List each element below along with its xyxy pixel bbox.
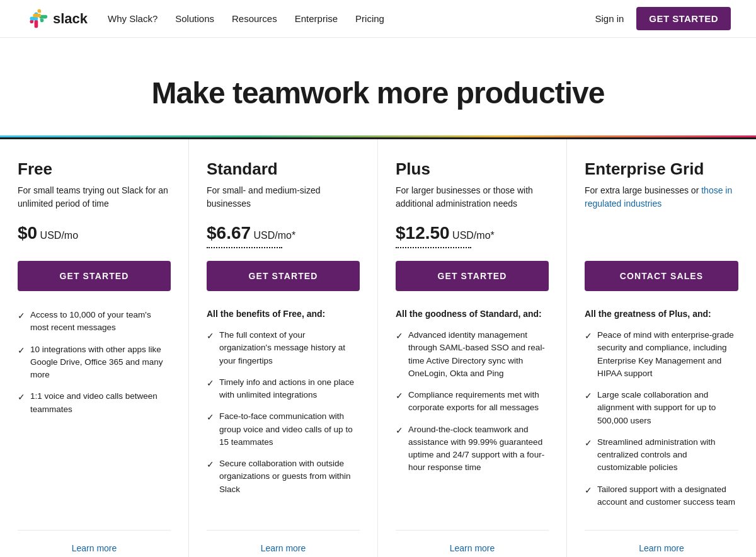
plan-plus-price: $12.50 USD/mo* xyxy=(396,223,549,243)
check-icon-p3: ✓ xyxy=(396,424,403,437)
pricing-grid: Free For small teams trying out Slack fo… xyxy=(0,137,756,557)
plan-free-cta-button[interactable]: GET STARTED xyxy=(18,261,171,291)
check-icon-p2: ✓ xyxy=(396,389,403,403)
plan-enterprise-features: ✓Peace of mind with enterprise-grade sec… xyxy=(585,329,738,517)
check-icon-s2: ✓ xyxy=(207,377,214,390)
plan-free-name: Free xyxy=(18,159,171,179)
nav-pricing[interactable]: Pricing xyxy=(355,13,384,24)
plan-enterprise-benefits-title: All the greatness of Plus, and: xyxy=(585,309,738,319)
plan-standard-feature-2: ✓Timely info and actions in one place wi… xyxy=(207,376,360,402)
navigation: slack Why Slack? Solutions Resources Ent… xyxy=(0,0,756,38)
plan-plus-features: ✓Advanced identity management through SA… xyxy=(396,329,549,517)
plan-enterprise-learn-more[interactable]: Learn more xyxy=(585,530,738,553)
plan-standard-price-value: $6.67 xyxy=(207,223,251,243)
plan-enterprise-feature-2: ✓Large scale collaboration and alignment… xyxy=(585,389,738,427)
plan-standard-name: Standard xyxy=(207,159,360,179)
plan-standard-price: $6.67 USD/mo* xyxy=(207,223,360,243)
plan-standard-desc: For small- and medium-sized businesses xyxy=(207,184,360,210)
check-icon-s3: ✓ xyxy=(207,411,214,424)
logo-text: slack xyxy=(53,11,88,27)
get-started-nav-button[interactable]: GET STARTED xyxy=(636,7,731,30)
check-icon-e2: ✓ xyxy=(585,389,592,403)
plan-free-price: $0 USD/mo xyxy=(18,223,171,243)
nav-right: Sign in GET STARTED xyxy=(595,7,731,30)
nav-links: Why Slack? Solutions Resources Enterpris… xyxy=(108,13,595,24)
plan-free-desc: For small teams trying out Slack for an … xyxy=(18,184,171,210)
plan-free-price-value: $0 xyxy=(18,223,37,243)
check-icon-2: ✓ xyxy=(18,344,25,357)
nav-enterprise[interactable]: Enterprise xyxy=(295,13,338,24)
check-icon-e3: ✓ xyxy=(585,437,592,450)
check-icon-3: ✓ xyxy=(18,391,25,404)
plan-standard-price-underline xyxy=(207,247,282,248)
sign-in-link[interactable]: Sign in xyxy=(595,13,624,24)
plan-free-learn-more[interactable]: Learn more xyxy=(18,530,171,553)
plan-plus-feature-1: ✓Advanced identity management through SA… xyxy=(396,329,549,380)
check-icon-1: ✓ xyxy=(18,309,25,323)
plan-enterprise-feature-3: ✓Streamlined administration with central… xyxy=(585,436,738,474)
plan-free-price-suffix: USD/mo xyxy=(37,230,78,241)
check-icon-s4: ✓ xyxy=(207,458,214,471)
plan-plus-benefits-title: All the goodness of Standard, and: xyxy=(396,309,549,319)
plan-standard-benefits-title: All the benefits of Free, and: xyxy=(207,309,360,319)
plan-standard-learn-more[interactable]: Learn more xyxy=(207,530,360,553)
plan-enterprise-cta-button[interactable]: CONTACT SALES xyxy=(585,261,738,291)
check-icon-e4: ✓ xyxy=(585,484,592,497)
plan-enterprise-desc: For extra large businesses or those in r… xyxy=(585,184,738,210)
plan-free-features: ✓Access to 10,000 of your team's most re… xyxy=(18,309,171,517)
check-icon-p1: ✓ xyxy=(396,330,403,343)
plan-standard-feature-1: ✓The full context of your organization's… xyxy=(207,329,360,367)
nav-solutions[interactable]: Solutions xyxy=(175,13,214,24)
plan-standard-feature-4: ✓Secure collaboration with outside organ… xyxy=(207,457,360,496)
plan-plus-price-suffix: USD/mo* xyxy=(450,230,495,241)
check-icon-e1: ✓ xyxy=(585,330,592,343)
nav-resources[interactable]: Resources xyxy=(232,13,277,24)
plan-enterprise-name: Enterprise Grid xyxy=(585,159,738,179)
plan-plus-price-underline xyxy=(396,247,471,248)
plan-free-feature-3: ✓1:1 voice and video calls between teamm… xyxy=(18,390,171,416)
plan-enterprise-desc-text1: For extra large businesses or xyxy=(585,185,701,195)
hero-section: Make teamwork more productive xyxy=(0,38,756,135)
plan-standard: Standard For small- and medium-sized bus… xyxy=(189,139,378,557)
nav-why-slack[interactable]: Why Slack? xyxy=(108,13,158,24)
plan-plus-learn-more[interactable]: Learn more xyxy=(396,530,549,553)
logo-link[interactable]: slack xyxy=(25,8,88,30)
plan-free-feature-1: ✓Access to 10,000 of your team's most re… xyxy=(18,309,171,335)
plan-standard-feature-3: ✓Face-to-face communication with group v… xyxy=(207,410,360,449)
plan-enterprise: Enterprise Grid For extra large business… xyxy=(567,139,756,557)
plan-plus-name: Plus xyxy=(396,159,549,179)
plan-standard-features: ✓The full context of your organization's… xyxy=(207,329,360,517)
slack-logo-icon xyxy=(25,8,48,30)
plan-plus-feature-2: ✓Compliance requirements met with corpor… xyxy=(396,389,549,415)
plan-standard-cta-button[interactable]: GET STARTED xyxy=(207,261,360,291)
hero-title: Make teamwork more productive xyxy=(25,76,731,110)
plan-enterprise-feature-4: ✓Tailored support with a designated acco… xyxy=(585,483,738,509)
plan-free: Free For small teams trying out Slack fo… xyxy=(0,139,189,557)
plan-standard-price-suffix: USD/mo* xyxy=(251,230,295,241)
plan-plus: Plus For larger businesses or those with… xyxy=(378,139,567,557)
plan-plus-feature-3: ✓Around-the-clock teamwork and assistanc… xyxy=(396,423,549,474)
check-icon-s1: ✓ xyxy=(207,330,214,343)
plan-enterprise-feature-1: ✓Peace of mind with enterprise-grade sec… xyxy=(585,329,738,380)
plan-plus-desc: For larger businesses or those with addi… xyxy=(396,184,549,210)
pricing-section: Free For small teams trying out Slack fo… xyxy=(0,137,756,557)
plan-plus-cta-button[interactable]: GET STARTED xyxy=(396,261,549,291)
plan-plus-price-value: $12.50 xyxy=(396,223,450,243)
plan-free-feature-2: ✓10 integrations with other apps like Go… xyxy=(18,343,171,382)
